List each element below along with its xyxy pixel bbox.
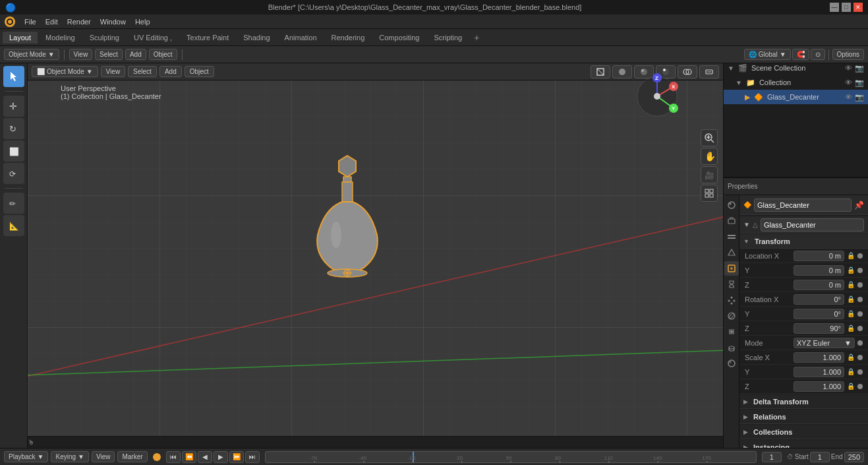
start-frame-value[interactable]: 1 [810, 452, 830, 462]
props-tab-data[interactable] [724, 340, 739, 355]
glass-decanter-row[interactable]: ▶ 🔶 Glass_Decanter 👁 📷 [724, 90, 868, 104]
col-render-icon[interactable]: 📷 [855, 78, 864, 87]
xray-btn[interactable] [699, 65, 719, 78]
camera-btn[interactable]: 🎥 [701, 166, 718, 183]
transform-section-header[interactable]: ▼ Transform [739, 234, 868, 249]
scale-x-keyframe-dot[interactable] [857, 355, 863, 360]
workspace-tab-layout[interactable]: Layout [3, 32, 38, 44]
loc-y-lock-icon[interactable]: 🔒 [847, 266, 855, 274]
loc-z-keyframe-dot[interactable] [857, 282, 863, 288]
props-tab-physics[interactable] [724, 309, 739, 323]
menu-file[interactable]: File [20, 16, 41, 27]
visibility-icon[interactable]: 👁 [845, 64, 852, 73]
annotate-tool-button[interactable]: ✏ [3, 193, 24, 214]
proportional-btn[interactable]: ⊙ [811, 49, 825, 60]
viewport-object-menu[interactable]: Object [185, 66, 214, 77]
zoom-to-selection-btn[interactable] [701, 129, 718, 146]
scale-y-lock-icon[interactable]: 🔒 [847, 368, 855, 375]
viewport-3d[interactable]: ⬜ Object Mode ▼ View Select Add Object [28, 63, 723, 448]
keying-menu[interactable]: Keying ▼ [51, 451, 88, 462]
rot-x-value[interactable]: 0° [794, 294, 844, 305]
rot-y-value[interactable]: 0° [794, 309, 844, 319]
pin-icon[interactable]: 📌 [854, 201, 864, 210]
mode-keyframe-dot[interactable] [857, 340, 863, 346]
transform-tool-button[interactable]: ⟳ [3, 163, 24, 184]
shading-solid-btn[interactable] [612, 65, 632, 78]
workspace-tab-texture-paint[interactable]: Texture Paint [180, 32, 235, 44]
viewport-select-menu[interactable]: Select [128, 66, 157, 77]
menu-render[interactable]: Render [63, 16, 96, 27]
rot-x-lock-icon[interactable]: 🔒 [847, 295, 855, 303]
prev-keyframe-btn[interactable]: ⏪ [182, 451, 196, 463]
viewport-add-menu[interactable]: Add [159, 66, 182, 77]
timeline-scrubber[interactable]: -70 -40 -10 20 50 80 110 140 170 [265, 451, 757, 463]
object-name-input[interactable] [754, 199, 852, 212]
render-vis-icon[interactable]: 📷 [855, 64, 864, 73]
play-btn[interactable]: ▶ [214, 451, 228, 463]
select-menu[interactable]: Select [95, 49, 123, 60]
props-tab-particles[interactable] [724, 293, 739, 307]
rotate-tool-button[interactable]: ↻ [3, 118, 24, 139]
scale-tool-button[interactable]: ⬜ [3, 140, 24, 162]
jump-end-btn[interactable]: ⏭ [245, 451, 260, 463]
snapping-btn[interactable]: 🧲 [792, 49, 809, 60]
add-menu[interactable]: Add [125, 49, 146, 60]
jump-start-btn[interactable]: ⏮ [166, 451, 181, 463]
instancing-header[interactable]: ▶ Instancing [739, 440, 868, 448]
marker-menu[interactable]: Marker [117, 451, 147, 462]
menu-help[interactable]: Help [130, 16, 155, 27]
rot-z-value[interactable]: 90° [794, 323, 844, 334]
grid-btn[interactable] [701, 185, 718, 202]
workspace-tab-compositing[interactable]: Compositing [372, 32, 426, 44]
maximize-button[interactable]: □ [842, 3, 851, 12]
scale-x-value[interactable]: 1.000 [794, 352, 844, 363]
relations-header[interactable]: ▶ Relations [739, 410, 868, 424]
props-tab-material[interactable] [724, 356, 739, 371]
navigation-gizmo[interactable]: X Y Z [631, 70, 683, 123]
next-keyframe-btn[interactable]: ⏩ [229, 451, 244, 463]
pan-btn[interactable]: ✋ [701, 148, 718, 165]
scale-y-value[interactable]: 1.000 [794, 367, 844, 377]
collection-row[interactable]: ▼ 📁 Collection 👁 📷 [724, 75, 868, 90]
props-tab-modifier[interactable] [724, 277, 739, 292]
scale-x-lock-icon[interactable]: 🔒 [847, 354, 855, 361]
loc-y-keyframe-dot[interactable] [857, 268, 863, 273]
scale-y-keyframe-dot[interactable] [857, 369, 863, 375]
col-vis-icon[interactable]: 👁 [845, 78, 852, 87]
scale-z-lock-icon[interactable]: 🔒 [847, 383, 855, 390]
current-frame-display[interactable]: 1 [762, 452, 782, 462]
transform-global[interactable]: 🌐 Global ▼ [744, 49, 791, 60]
viewport-mode-selector[interactable]: ⬜ Object Mode ▼ [32, 66, 98, 77]
menu-window[interactable]: Window [96, 16, 130, 27]
workspace-tab-rendering[interactable]: Rendering [325, 32, 372, 44]
props-tab-scene[interactable] [724, 245, 739, 260]
end-frame-value[interactable]: 250 [844, 452, 864, 462]
rot-y-keyframe-dot[interactable] [857, 311, 863, 317]
loc-z-lock-icon[interactable]: 🔒 [847, 281, 855, 288]
props-tab-render[interactable] [724, 198, 739, 212]
timeline-view-menu[interactable]: View [92, 451, 115, 462]
auto-keying-btn[interactable] [153, 453, 161, 461]
playback-menu[interactable]: Playback ▼ [4, 451, 48, 462]
props-tab-output[interactable] [724, 214, 739, 228]
minimize-button[interactable]: — [830, 3, 839, 12]
dec-render-icon[interactable]: 📷 [855, 93, 864, 102]
mode-selector[interactable]: Object Mode ▼ [4, 49, 59, 60]
collections-section-header[interactable]: ▶ Collections [739, 425, 868, 439]
workspace-tab-modeling[interactable]: Modeling [39, 32, 82, 44]
close-button[interactable]: ✕ [854, 3, 863, 12]
play-back-btn[interactable]: ◀ [198, 451, 212, 463]
options-btn[interactable]: Options [832, 49, 864, 60]
props-tab-viewlayer[interactable] [724, 230, 739, 244]
workspace-tab-scripting[interactable]: Scripting [427, 32, 469, 44]
workspace-tab-uv-editing[interactable]: UV Editing , [127, 32, 179, 44]
delta-transform-header[interactable]: ▶ Delta Transform [739, 394, 868, 409]
loc-x-value[interactable]: 0 m [794, 251, 844, 261]
loc-x-keyframe-dot[interactable] [857, 253, 863, 259]
rotation-mode-selector[interactable]: XYZ Euler ▼ [794, 338, 855, 348]
add-workspace-button[interactable]: + [470, 31, 483, 44]
mesh-name-input[interactable] [761, 218, 864, 232]
loc-z-value[interactable]: 0 m [794, 280, 844, 290]
scale-z-value[interactable]: 1.000 [794, 381, 844, 392]
object-menu[interactable]: Object [149, 49, 177, 60]
